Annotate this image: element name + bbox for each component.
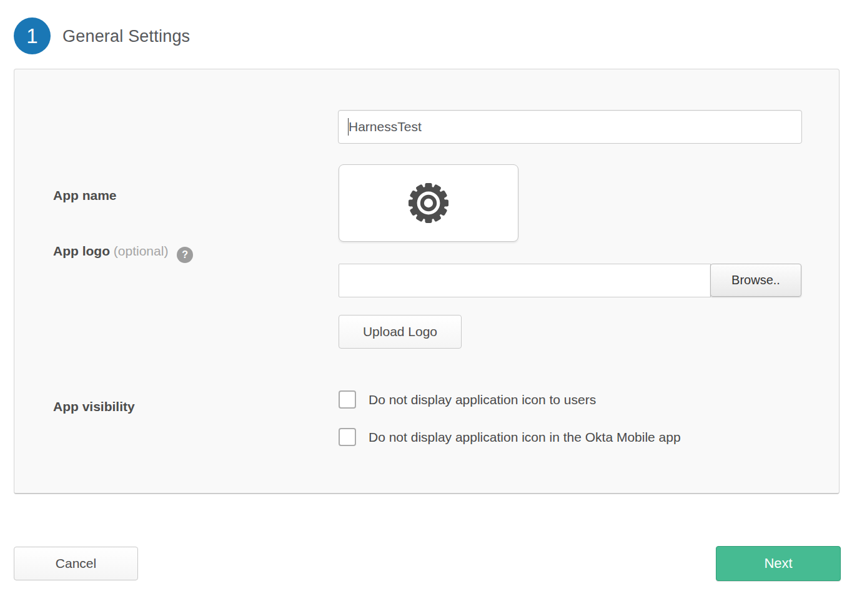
logo-preview-box <box>339 164 518 242</box>
logo-file-row: Browse.. <box>339 264 801 297</box>
optional-note: (optional) <box>114 244 169 258</box>
visibility-option-row: Do not display application icon in the O… <box>339 428 681 446</box>
upload-logo-button[interactable]: Upload Logo <box>339 315 462 349</box>
visibility-option-row: Do not display application icon to users <box>339 390 596 409</box>
app-name-field-wrap <box>338 110 802 144</box>
general-settings-page: 1 General Settings App name App logo (op… <box>0 0 867 616</box>
question-mark-icon[interactable]: ? <box>177 247 193 263</box>
hide-icon-users-label: Do not display application icon to users <box>369 392 596 407</box>
step-number-badge: 1 <box>14 17 51 54</box>
hide-icon-mobile-checkbox[interactable] <box>339 428 356 446</box>
browse-button[interactable]: Browse.. <box>710 264 801 297</box>
app-name-input[interactable] <box>338 110 802 144</box>
app-logo-label: App logo <box>53 244 110 258</box>
next-button[interactable]: Next <box>716 546 841 581</box>
gear-icon <box>404 178 453 228</box>
app-name-label: App name <box>53 188 117 203</box>
hide-icon-mobile-label: Do not display application icon in the O… <box>369 430 681 445</box>
cancel-button[interactable]: Cancel <box>14 547 138 580</box>
text-caret <box>348 118 349 136</box>
hide-icon-users-checkbox[interactable] <box>339 390 356 409</box>
file-path-field[interactable] <box>339 264 711 297</box>
app-visibility-label: App visibility <box>53 399 135 414</box>
app-logo-label-row: App logo (optional) ? <box>53 244 193 263</box>
general-settings-panel: App name App logo (optional) ? <box>14 69 840 494</box>
page-title: General Settings <box>62 17 190 54</box>
